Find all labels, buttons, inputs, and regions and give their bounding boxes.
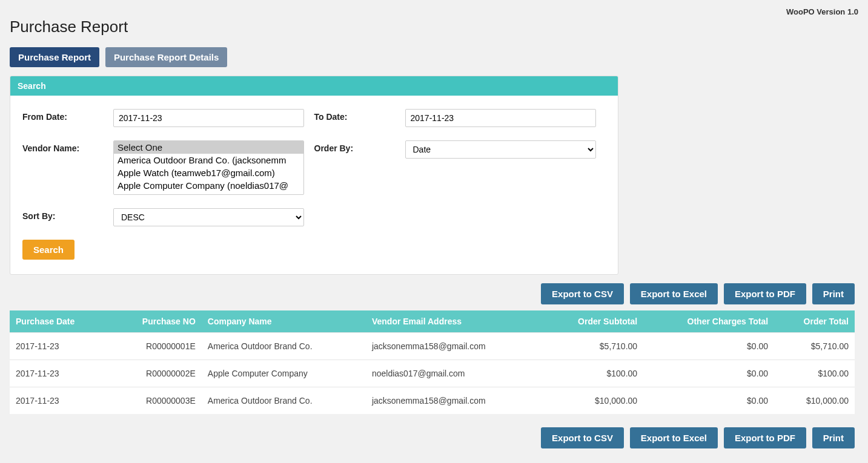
export-csv-button[interactable]: Export to CSV (541, 283, 624, 304)
table-cell: 2017-11-23 (10, 387, 110, 415)
order-by-select[interactable]: Date (405, 140, 596, 159)
version-label: WooPO Version 1.0 (10, 7, 858, 16)
table-cell: $10,000.00 (774, 387, 855, 415)
table-cell: America Outdoor Brand Co. (202, 387, 366, 415)
table-cell: Apple Computer Company (202, 360, 366, 387)
table-cell: $0.00 (643, 387, 774, 415)
table-row: 2017-11-23R00000002EApple Computer Compa… (10, 360, 855, 387)
vendor-option[interactable]: America Outdoor Brand Co. (jacksonemm (114, 154, 303, 166)
tab-purchase-report-details[interactable]: Purchase Report Details (105, 47, 227, 67)
export-bar-top: Export to CSV Export to Excel Export to … (10, 283, 855, 304)
print-button[interactable]: Print (812, 283, 855, 304)
to-date-input[interactable] (405, 109, 596, 127)
table-cell: $0.00 (643, 333, 774, 360)
table-header-cell: Company Name (202, 310, 366, 333)
search-panel-header: Search (10, 76, 618, 96)
table-header-cell: Purchase NO (110, 310, 202, 333)
from-date-input[interactable] (113, 109, 304, 127)
from-date-label: From Date: (22, 109, 113, 122)
table-header-cell: Other Charges Total (643, 310, 774, 333)
table-cell: $5,710.00 (543, 333, 643, 360)
table-cell: America Outdoor Brand Co. (202, 333, 366, 360)
table-cell: $0.00 (643, 360, 774, 387)
tabs: Purchase Report Purchase Report Details (10, 47, 858, 67)
to-date-label: To Date: (314, 109, 405, 122)
export-csv-button-bottom[interactable]: Export to CSV (541, 427, 624, 448)
table-cell: 2017-11-23 (10, 360, 110, 387)
export-pdf-button[interactable]: Export to PDF (724, 283, 806, 304)
tab-purchase-report[interactable]: Purchase Report (10, 47, 99, 67)
table-cell: jacksonemma158@gmail.com (366, 387, 543, 415)
table-cell: $100.00 (774, 360, 855, 387)
print-button-bottom[interactable]: Print (812, 427, 855, 448)
table-cell: R00000001E (110, 333, 202, 360)
vendor-option[interactable]: Apple Watch (teamweb17@gmail.com) (114, 166, 303, 179)
export-bar-bottom: Export to CSV Export to Excel Export to … (10, 427, 855, 448)
vendor-option[interactable]: Apple Computer Company (noeldias017@ (114, 179, 303, 192)
search-panel: Search From Date: To Date: Vendor Name: … (10, 76, 618, 275)
table-cell: jacksonemma158@gmail.com (366, 333, 543, 360)
vendor-option[interactable]: Select One (114, 141, 303, 154)
table-cell: R00000003E (110, 387, 202, 415)
table-cell: $10,000.00 (543, 387, 643, 415)
table-header-cell: Order Subtotal (543, 310, 643, 333)
order-by-label: Order By: (314, 140, 405, 153)
purchase-report-table: Purchase DatePurchase NOCompany NameVend… (10, 310, 855, 414)
export-excel-button-bottom[interactable]: Export to Excel (630, 427, 718, 448)
table-row: 2017-11-23R00000003EAmerica Outdoor Bran… (10, 387, 855, 415)
export-pdf-button-bottom[interactable]: Export to PDF (724, 427, 806, 448)
table-row: 2017-11-23R00000001EAmerica Outdoor Bran… (10, 333, 855, 360)
table-cell: 2017-11-23 (10, 333, 110, 360)
sort-by-select[interactable]: DESC (113, 208, 304, 226)
table-header-cell: Purchase Date (10, 310, 110, 333)
sort-by-label: Sort By: (22, 208, 113, 221)
vendor-name-label: Vendor Name: (22, 140, 113, 153)
table-header-cell: Vendor Email Address (366, 310, 543, 333)
table-cell: R00000002E (110, 360, 202, 387)
export-excel-button[interactable]: Export to Excel (630, 283, 718, 304)
table-header-cell: Order Total (774, 310, 855, 333)
table-cell: $100.00 (543, 360, 643, 387)
search-button[interactable]: Search (22, 240, 75, 260)
vendor-name-listbox[interactable]: Select OneAmerica Outdoor Brand Co. (jac… (113, 140, 304, 195)
page-title: Purchase Report (10, 18, 858, 36)
table-cell: noeldias017@gmail.com (366, 360, 543, 387)
table-cell: $5,710.00 (774, 333, 855, 360)
